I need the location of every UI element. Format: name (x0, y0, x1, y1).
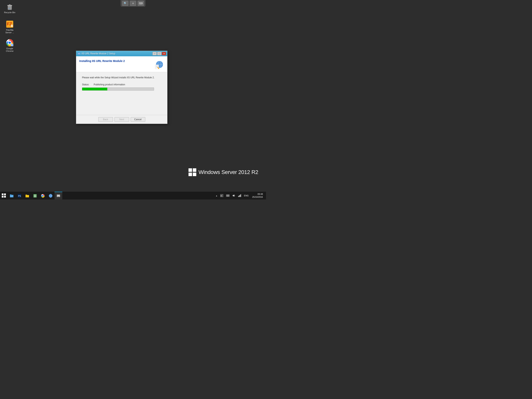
svg-rect-17 (193, 168, 196, 172)
status-row: Status: Publishing product information (82, 83, 161, 86)
dialog-minimize-button[interactable]: ─ (152, 52, 157, 55)
svg-rect-64 (240, 195, 240, 197)
svg-text:PS: PS (18, 195, 21, 197)
network-tray-icon (238, 194, 241, 197)
recycle-bin-label: Recycle Bin (4, 11, 15, 14)
taskbar-item-server[interactable] (31, 192, 39, 200)
svg-text:♻: ♻ (9, 8, 10, 9)
tray-network-icon[interactable] (237, 194, 242, 198)
tray-keyboard-icon[interactable] (225, 194, 230, 197)
cancel-button[interactable]: Cancel (131, 117, 145, 122)
taskbar-item-chrome[interactable] (39, 192, 47, 200)
taskbar-item-folder[interactable] (23, 192, 31, 200)
clock-time: 09:48 (252, 193, 263, 196)
dialog-footer: Back Next Cancel (76, 115, 167, 124)
svg-rect-54 (57, 197, 59, 197)
dialog-header-title: Installing IIS URL Rewrite Module 2 (79, 59, 125, 63)
remote-toolbar: 🔍 ≡ ⌨ (120, 0, 146, 7)
dialog-close-button[interactable]: ✕ (162, 52, 166, 55)
svg-marker-61 (233, 194, 234, 197)
svg-rect-2 (9, 5, 11, 5)
svg-rect-65 (241, 194, 241, 197)
svg-rect-18 (189, 173, 192, 176)
svg-rect-35 (10, 194, 12, 195)
dialog-maximize-button[interactable]: □ (157, 52, 161, 55)
svg-rect-45 (34, 196, 36, 196)
svg-rect-32 (2, 196, 4, 198)
taskbar-items: PS (8, 192, 213, 200)
svg-rect-46 (34, 197, 36, 197)
keyboard-icon (226, 194, 230, 197)
svg-rect-58 (227, 195, 229, 195)
dialog-info-text: Please wait while the Setup Wizard insta… (82, 76, 161, 79)
system-tray: ▲ ⊞ (213, 192, 266, 200)
dialog-titlebar: IIS IIS URL Rewrite Module 2 Setup ─ □ ✕ (76, 51, 167, 56)
svg-rect-16 (189, 168, 192, 172)
recycle-bin-icon: ♻ (6, 3, 14, 11)
progress-bar-fill (82, 88, 107, 90)
start-button[interactable] (0, 192, 8, 200)
svg-rect-53 (57, 195, 60, 197)
keyboard-toolbar-btn[interactable]: ⌨ (138, 1, 144, 6)
tray-expand-button[interactable]: ▲ (215, 194, 218, 197)
powershell-icon: PS (17, 194, 22, 198)
taskbar-item-powershell[interactable]: PS (16, 192, 23, 200)
svg-text:IIS: IIS (78, 53, 80, 55)
status-value: Publishing product information (94, 83, 125, 86)
dialog-content: Please wait while the Setup Wizard insta… (76, 72, 167, 115)
desktop-icon-filezilla[interactable]: FZ FileZillaServer ... (2, 19, 18, 35)
taskbar-item-explorer[interactable] (8, 192, 16, 200)
back-button[interactable]: Back (98, 117, 113, 122)
windows-logo-icon (189, 168, 196, 176)
dialog-body: Installing IIS URL Rewrite Module 2 (76, 56, 167, 115)
svg-rect-30 (2, 193, 4, 195)
chrome-taskbar-icon (41, 194, 45, 198)
svg-rect-36 (10, 196, 13, 196)
tray-volume-icon[interactable] (232, 194, 236, 198)
explorer-icon (10, 194, 14, 198)
svg-rect-37 (10, 196, 13, 196)
svg-rect-33 (4, 196, 6, 198)
chrome-icon (6, 39, 14, 46)
svg-rect-63 (239, 195, 240, 197)
filezilla-icon: FZ (6, 20, 14, 28)
tray-language-icon: ⊞ (219, 194, 224, 198)
folder-icon (25, 194, 29, 198)
dialog-title-text: IIS URL Rewrite Module 2 Setup (82, 52, 115, 55)
menu-toolbar-btn[interactable]: ≡ (130, 1, 136, 6)
svg-rect-62 (238, 196, 239, 197)
filezilla-label: FileZillaServer ... (6, 29, 14, 34)
wizard-icon (154, 59, 164, 70)
search-toolbar-btn[interactable]: 🔍 (122, 1, 128, 6)
language-bar-icon: ⊞ (220, 194, 223, 197)
dialog-controls: ─ □ ✕ (152, 52, 166, 55)
clock-date: 25/10/2016 (252, 196, 263, 199)
dialog-header-section: Installing IIS URL Rewrite Module 2 (76, 56, 167, 72)
svg-text:⊞: ⊞ (221, 195, 222, 197)
svg-point-13 (9, 41, 11, 44)
taskbar-item-network[interactable] (47, 192, 55, 200)
svg-rect-60 (227, 196, 229, 197)
server-manager-icon (33, 194, 37, 198)
setup-dialog: IIS IIS URL Rewrite Module 2 Setup ─ □ ✕… (76, 51, 167, 124)
chrome-label: GoogleChrome (6, 47, 13, 52)
svg-rect-19 (193, 173, 196, 176)
progress-bar-container (82, 87, 154, 90)
windows-branding: Windows Server 2012 R2 (189, 168, 258, 176)
taskbar-clock[interactable]: 09:48 25/10/2016 (251, 193, 265, 199)
dialog-title-icon: IIS (77, 52, 80, 55)
setup-icon (56, 194, 61, 198)
network-icon (49, 194, 53, 198)
language-indicator: ENG (243, 194, 249, 197)
taskbar-item-setup[interactable] (55, 192, 62, 200)
svg-rect-59 (227, 196, 229, 196)
svg-rect-42 (25, 195, 27, 195)
taskbar: PS (0, 192, 266, 200)
desktop-icon-recycle-bin[interactable]: ♻ Recycle Bin (2, 2, 18, 15)
windows-server-text: Windows Server 2012 R2 (199, 169, 258, 175)
desktop-icon-chrome[interactable]: GoogleChrome (2, 38, 18, 53)
volume-icon (232, 194, 235, 197)
svg-rect-31 (4, 193, 6, 195)
next-button[interactable]: Next (114, 117, 129, 122)
svg-rect-44 (34, 195, 36, 195)
